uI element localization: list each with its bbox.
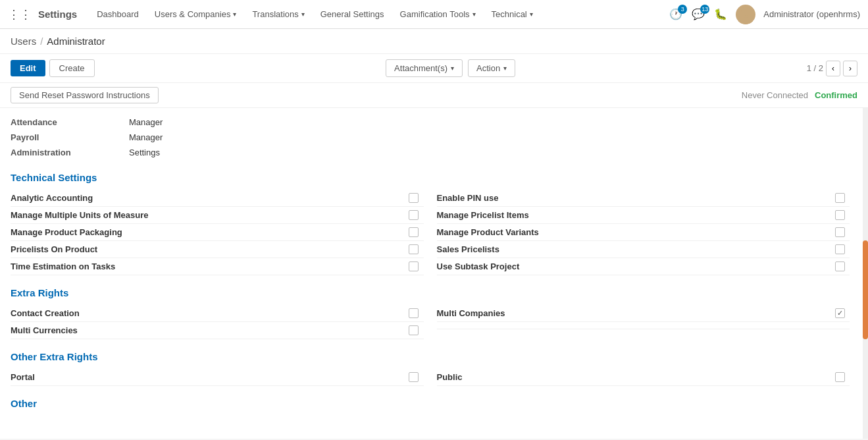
checkbox-sales-pricelists[interactable] <box>835 244 845 254</box>
field-row-attendance: Attendance Manager <box>11 115 850 130</box>
attachments-button[interactable]: Attachment(s) ▾ <box>386 59 463 77</box>
setting-portal: Portal <box>11 369 424 386</box>
chevron-down-icon: ▾ <box>530 11 533 18</box>
other-extra-rights-left: Portal <box>11 369 424 386</box>
scrollbar-thumb[interactable] <box>863 240 868 340</box>
extra-rights-grid: Contact Creation Multi Currencies Multi … <box>11 305 850 339</box>
action-button[interactable]: Action ▾ <box>468 59 515 77</box>
technical-left: Analytic Accounting Manage Multiple Unit… <box>11 190 424 275</box>
chat-badge: 13 <box>700 5 709 14</box>
checkbox-contact-creation[interactable] <box>409 308 419 318</box>
nav-item-dashboard[interactable]: Dashboard <box>90 0 145 29</box>
toolbar-center: Attachment(s) ▾ Action ▾ <box>386 59 515 77</box>
right-icons: 🕐 3 💬 13 🐛 Administrator (openhrms) <box>669 5 860 24</box>
setting-pricelist-items: Manage Pricelist Items <box>437 207 850 224</box>
setting-sales-pricelists: Sales Pricelists <box>437 241 850 258</box>
extra-rights-title: Extra Rights <box>11 287 850 298</box>
breadcrumb-current: Administrator <box>47 36 105 47</box>
setting-time-estimation: Time Estimation on Tasks <box>11 258 424 275</box>
other-extra-rights-title: Other Extra Rights <box>11 351 850 362</box>
pager: 1 / 2 ‹ › <box>807 61 857 76</box>
other-extra-rights-grid: Portal Public <box>11 369 850 386</box>
toolbar-right: 1 / 2 ‹ › <box>807 61 857 76</box>
checkbox-enable-pin[interactable] <box>835 193 845 203</box>
bug-icon[interactable]: 🐛 <box>713 7 728 22</box>
status-bar: Send Reset Password Instructions Never C… <box>0 83 868 108</box>
checkbox-time-estimation[interactable] <box>409 261 419 271</box>
checkbox-multiple-units[interactable] <box>409 210 419 220</box>
setting-multi-currencies: Multi Currencies <box>11 322 424 339</box>
nav-items: Dashboard Users & Companies ▾ Translatio… <box>90 0 669 29</box>
nav-item-translations[interactable]: Translations ▾ <box>245 0 311 29</box>
checkbox-product-variants[interactable] <box>835 227 845 237</box>
chevron-down-icon: ▾ <box>301 11 305 18</box>
nav-item-technical[interactable]: Technical ▾ <box>485 0 540 29</box>
checkbox-product-packaging[interactable] <box>409 227 419 237</box>
setting-multiple-units: Manage Multiple Units of Measure <box>11 207 424 224</box>
checkbox-multi-companies[interactable] <box>835 308 845 318</box>
chevron-down-icon: ▾ <box>472 11 476 18</box>
simple-fields: Attendance Manager Payroll Manager Admin… <box>11 115 850 160</box>
reset-password-button[interactable]: Send Reset Password Instructions <box>11 87 159 103</box>
main-content: Attendance Manager Payroll Manager Admin… <box>0 108 863 439</box>
status-badges: Never Connected Confirmed <box>742 90 857 100</box>
content-area: Attendance Manager Payroll Manager Admin… <box>0 108 868 439</box>
checkbox-portal[interactable] <box>409 372 419 382</box>
other-extra-rights-right: Public <box>437 369 850 386</box>
avatar[interactable] <box>736 5 755 24</box>
checkbox-multi-currencies[interactable] <box>409 325 419 335</box>
page-header: Users / Administrator <box>0 29 868 54</box>
create-button[interactable]: Create <box>49 59 95 77</box>
setting-contact-creation: Contact Creation <box>11 305 424 322</box>
toolbar: Edit Create Attachment(s) ▾ Action ▾ 1 /… <box>0 54 868 83</box>
pager-text: 1 / 2 <box>807 63 823 73</box>
setting-analytic-accounting: Analytic Accounting <box>11 190 424 207</box>
scrollbar-track[interactable] <box>863 108 868 439</box>
extra-rights-right: Multi Companies <box>437 305 850 339</box>
technical-right: Enable PIN use Manage Pricelist Items Ma… <box>437 190 850 275</box>
never-connected-badge: Never Connected <box>742 90 808 100</box>
setting-product-packaging: Manage Product Packaging <box>11 224 424 241</box>
setting-subtask-project: Use Subtask Project <box>437 258 850 275</box>
setting-pricelists-product: Pricelists On Product <box>11 241 424 258</box>
setting-enable-pin: Enable PIN use <box>437 190 850 207</box>
checkbox-analytic-accounting[interactable] <box>409 193 419 203</box>
setting-extra-right-empty <box>437 322 850 329</box>
breadcrumb-parent[interactable]: Users <box>11 36 36 47</box>
chevron-down-icon: ▾ <box>503 65 507 72</box>
nav-item-gamification-tools[interactable]: Gamification Tools ▾ <box>394 0 482 29</box>
checkbox-subtask-project[interactable] <box>835 261 845 271</box>
edit-button[interactable]: Edit <box>11 60 45 76</box>
breadcrumb-separator: / <box>40 36 43 47</box>
checkbox-pricelists-product[interactable] <box>409 244 419 254</box>
field-row-administration: Administration Settings <box>11 145 850 160</box>
other-title: Other <box>11 398 850 409</box>
extra-rights-left: Contact Creation Multi Currencies <box>11 305 424 339</box>
setting-public: Public <box>437 369 850 386</box>
chevron-down-icon: ▾ <box>233 11 236 18</box>
chat-icon-badge[interactable]: 💬 13 <box>691 7 705 22</box>
confirmed-badge: Confirmed <box>815 90 857 100</box>
brand-label: Settings <box>38 9 77 20</box>
nav-item-users-companies[interactable]: Users & Companies ▾ <box>148 0 243 29</box>
pager-next-button[interactable]: › <box>843 61 857 76</box>
technical-settings-grid: Analytic Accounting Manage Multiple Unit… <box>11 190 850 275</box>
technical-settings-title: Technical Settings <box>11 172 850 183</box>
setting-multi-companies: Multi Companies <box>437 305 850 322</box>
pager-prev-button[interactable]: ‹ <box>826 61 840 76</box>
grid-icon[interactable]: ⋮⋮ <box>8 7 32 22</box>
chevron-down-icon: ▾ <box>451 65 454 72</box>
nav-item-general-settings[interactable]: General Settings <box>314 0 391 29</box>
breadcrumb: Users / Administrator <box>11 36 105 47</box>
clock-badge: 3 <box>678 5 687 14</box>
checkbox-public[interactable] <box>835 372 845 382</box>
svg-point-1 <box>738 17 753 24</box>
clock-icon-badge[interactable]: 🕐 3 <box>669 7 683 22</box>
setting-product-variants: Manage Product Variants <box>437 224 850 241</box>
svg-point-0 <box>741 7 750 16</box>
user-name[interactable]: Administrator (openhrms) <box>763 9 860 19</box>
page-wrap: Users / Administrator Edit Create Attach… <box>0 29 868 439</box>
field-row-payroll: Payroll Manager <box>11 130 850 145</box>
checkbox-pricelist-items[interactable] <box>835 210 845 220</box>
top-navigation: ⋮⋮ Settings Dashboard Users & Companies … <box>0 0 868 29</box>
